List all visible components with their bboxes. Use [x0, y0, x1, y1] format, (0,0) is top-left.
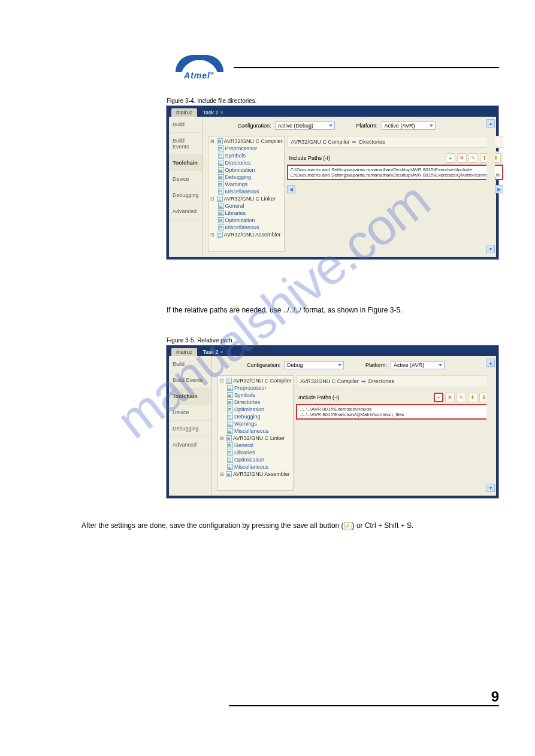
screenshot-relative-path: main.c Task 2 × Build Build Events Toolc…: [166, 345, 499, 499]
screenshot-include-directories: main.c Task 2 × Build Build Events Toolc…: [166, 105, 499, 260]
header-bar: Atmel®: [171, 51, 499, 84]
sidebar-item-build-events[interactable]: Build Events: [169, 133, 202, 155]
v-scrollbar[interactable]: ▲ ▼: [486, 119, 495, 253]
doc-icon: [227, 450, 233, 456]
sidebar-item-advanced[interactable]: Advanced: [169, 204, 202, 220]
scroll-up-icon[interactable]: ▲: [486, 119, 495, 127]
scroll-right-icon[interactable]: ▶: [495, 185, 503, 193]
remove-path-button[interactable]: ✕: [445, 393, 455, 402]
doc-icon: [218, 217, 224, 223]
path-row[interactable]: C:\Documents and Settings\aparna.ramanat…: [291, 167, 500, 172]
edit-path-button[interactable]: ✎: [468, 153, 478, 163]
doc-icon: [226, 435, 232, 441]
tab-task2[interactable]: Task 2 ×: [198, 348, 228, 356]
doc-icon: [217, 196, 223, 202]
scroll-down-icon[interactable]: ▼: [486, 245, 495, 253]
collapse-icon[interactable]: ⊟: [219, 471, 225, 477]
doc-icon: [218, 174, 224, 180]
configuration-label: Configuration:: [238, 123, 271, 129]
scroll-up-icon[interactable]: ▲: [486, 359, 495, 367]
remove-path-button[interactable]: ✕: [457, 153, 467, 163]
doc-icon: [218, 167, 224, 173]
sidebar-item-device[interactable]: Device: [169, 171, 202, 187]
doc-icon: [227, 464, 233, 470]
sidebar-item-build[interactable]: Build: [169, 356, 211, 372]
logo-text: Atmel: [184, 71, 210, 80]
v-scrollbar[interactable]: ▲ ▼: [486, 359, 495, 492]
add-path-button[interactable]: ＋: [434, 393, 443, 402]
platform-dropdown[interactable]: Active (AVR): [391, 361, 445, 369]
sidebar-item-advanced[interactable]: Advanced: [169, 437, 211, 453]
toolchain-tree[interactable]: ⊟AVR32/GNU C Compiler Preprocessor Symbo…: [208, 136, 285, 252]
doc-icon: [227, 414, 233, 420]
path-row[interactable]: C:\Documents and Settings\aparna.ramanat…: [291, 172, 500, 178]
sidebar-item-toolchain[interactable]: Toolchain: [169, 155, 202, 171]
doc-icon: [227, 406, 233, 412]
doc-icon: [227, 428, 233, 434]
config-row: Configuration: Active (Debug) Platform: …: [238, 122, 503, 130]
collapse-icon[interactable]: ⊟: [219, 435, 225, 441]
doc-icon: [217, 138, 223, 144]
sidebar-item-build[interactable]: Build: [169, 117, 202, 133]
config-row: Configuration: Debug Platform: Active (A…: [247, 361, 491, 369]
h-scrollbar[interactable]: ◀ ▶: [287, 185, 503, 193]
doc-icon: [218, 189, 224, 195]
doc-icon: [227, 457, 233, 463]
doc-icon: [218, 224, 224, 230]
include-paths-list[interactable]: ..\..\..\AVR 8015\Exercises\include ..\.…: [296, 404, 491, 420]
collapse-icon[interactable]: ⊟: [210, 138, 216, 144]
platform-label: Platform:: [356, 123, 378, 129]
configuration-dropdown[interactable]: Active (Debug): [275, 122, 335, 130]
toolchain-tree[interactable]: ⊟AVR32/GNU C Compiler Preprocessor Symbo…: [217, 375, 294, 491]
path-row[interactable]: ..\..\..\AVR 8015\Exercises\include: [300, 406, 488, 412]
doc-icon: [218, 181, 224, 187]
path-row[interactable]: ..\..\..\AVR 8015\Exercises\QMatrix\comm…: [300, 412, 488, 417]
editor-tabs: main.c Task 2 ×: [167, 345, 498, 356]
doc-icon: [217, 232, 223, 238]
atmel-logo: Atmel®: [171, 51, 228, 84]
doc-icon: [227, 399, 233, 405]
configuration-label: Configuration:: [247, 362, 280, 368]
include-paths-label: Include Paths (-I): [289, 155, 331, 161]
close-icon[interactable]: ×: [220, 349, 223, 355]
sidebar-item-device[interactable]: Device: [169, 405, 211, 421]
doc-icon: [218, 203, 224, 209]
doc-icon: [227, 385, 233, 391]
scroll-left-icon[interactable]: ◀: [287, 185, 295, 193]
configuration-dropdown[interactable]: Debug: [284, 361, 344, 369]
doc-icon: [227, 421, 233, 427]
sidebar-item-debugging[interactable]: Debugging: [169, 421, 211, 437]
include-paths-label: Include Paths (-I): [298, 394, 340, 400]
arrow-icon: ➡: [361, 378, 366, 384]
edit-path-button[interactable]: ✎: [457, 393, 466, 402]
doc-icon: [226, 378, 232, 384]
add-path-button[interactable]: ＋: [446, 153, 455, 163]
doc-icon: [226, 471, 232, 477]
close-icon[interactable]: ×: [220, 110, 223, 116]
sidebar-item-build-events[interactable]: Build Events: [169, 372, 211, 388]
scroll-down-icon[interactable]: ▼: [486, 484, 495, 492]
figure-2-caption: Figure 3-5. Relative path.: [167, 337, 234, 344]
include-paths-list[interactable]: C:\Documents and Settings\aparna.ramanat…: [287, 165, 503, 180]
tab-main-c[interactable]: main.c: [171, 108, 197, 117]
platform-dropdown[interactable]: Active (AVR): [382, 122, 436, 130]
tab-main-c[interactable]: main.c: [171, 348, 197, 356]
doc-icon: [227, 442, 233, 448]
save-instruction: After the settings are done, save the co…: [81, 521, 501, 530]
collapse-icon[interactable]: ⊟: [210, 196, 216, 202]
platform-label: Platform:: [365, 362, 387, 368]
tab-task2[interactable]: Task 2 ×: [198, 108, 228, 117]
relative-path-note: If the relative paths are needed, use ..…: [167, 305, 502, 315]
settings-sidebar: Build Build Events Toolchain Device Debu…: [169, 117, 203, 257]
collapse-icon[interactable]: ⊟: [219, 378, 225, 384]
doc-icon: [218, 145, 224, 151]
save-all-icon: [344, 522, 352, 530]
doc-icon: [227, 392, 233, 398]
settings-sidebar: Build Build Events Toolchain Device Debu…: [169, 356, 212, 496]
sidebar-item-toolchain[interactable]: Toolchain: [169, 388, 211, 405]
doc-icon: [218, 153, 224, 159]
collapse-icon[interactable]: ⊟: [210, 232, 216, 238]
doc-icon: [218, 210, 224, 216]
move-up-button[interactable]: ⬆: [468, 393, 477, 402]
sidebar-item-debugging[interactable]: Debugging: [169, 187, 202, 204]
